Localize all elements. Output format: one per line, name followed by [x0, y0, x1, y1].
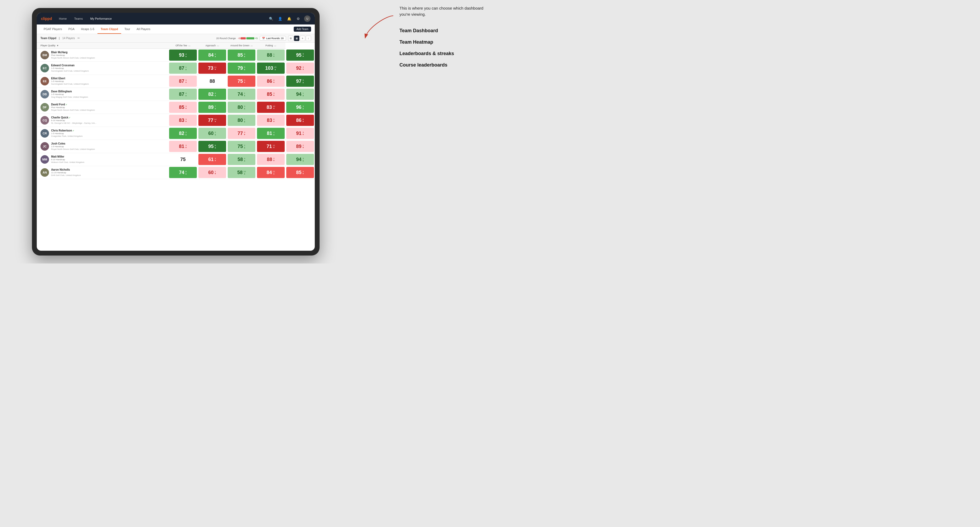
- around-green-score-2-8: 88 2▼: [256, 153, 285, 166]
- player-name: Elliot Ebert: [51, 77, 89, 80]
- player-cell-9[interactable]: AN Aaron Nicholls 11-15 Handicap Drift G…: [37, 166, 168, 179]
- score-num: 80: [237, 105, 243, 110]
- col-around-green[interactable]: Around the Green —: [227, 43, 256, 49]
- score-box: 103 15▲: [257, 62, 285, 74]
- player-cell-0[interactable]: BM Blair McHarg Plus Handicap Royal Nort…: [37, 49, 168, 62]
- approach-score-6: 60 2▲: [197, 127, 227, 140]
- list-view-button[interactable]: ≡: [300, 36, 305, 41]
- add-team-button[interactable]: Add Team: [294, 27, 311, 32]
- score-box: 91 3▼: [286, 128, 314, 139]
- putting-score-8: 94 3▲: [285, 153, 315, 166]
- off-tee-score-0: 93 4▲: [168, 49, 197, 62]
- tab-tour[interactable]: Tour: [121, 24, 133, 34]
- score-num: 75: [237, 79, 243, 84]
- player-cell-8[interactable]: MM Matt Miller 6-10 Handicap Woburn Golf…: [37, 153, 168, 166]
- player-cell-6[interactable]: CR Chris Robertson✓ 1-5 Handicap Craigmi…: [37, 127, 168, 140]
- score-delta: 14▼: [214, 119, 216, 122]
- score-box: 85 3▼: [169, 102, 197, 113]
- player-info: Aaron Nicholls 11-15 Handicap Drift Golf…: [51, 168, 81, 176]
- bell-icon[interactable]: 🔔: [286, 16, 293, 22]
- player-name: Aaron Nicholls: [51, 168, 81, 171]
- around-green-score-1-1: 79 9▲: [227, 62, 256, 75]
- score-delta: 8▲: [215, 144, 216, 149]
- score-delta: 2▲: [243, 144, 245, 149]
- player-avatar: MM: [40, 155, 49, 163]
- col-player[interactable]: Player Quality ▼: [37, 43, 168, 49]
- last-rounds-button[interactable]: 📅 Last Rounds: 20: [259, 36, 286, 41]
- player-info: David Ford✓ Plus Handicap Royal North De…: [51, 103, 95, 111]
- score-num: 77: [208, 118, 213, 123]
- player-cell-3[interactable]: DB Dave Billingham 1-5 Handicap Gog Mago…: [37, 88, 168, 101]
- grid-view-button[interactable]: ⊞: [288, 36, 293, 41]
- score-box: 88 2▼: [257, 154, 285, 165]
- player-club: Sunningdale Golf Club, United Kingdom: [51, 83, 89, 86]
- player-cell-1[interactable]: EC Edward Crossman 1-5 Handicap Sunningd…: [37, 62, 168, 75]
- score-num: 88: [267, 157, 272, 162]
- score-num: 95: [296, 53, 301, 57]
- approach-score-2: 88: [197, 75, 227, 88]
- search-icon[interactable]: 🔍: [268, 16, 274, 22]
- score-delta: 4▲: [185, 92, 187, 96]
- col-approach[interactable]: Approach —: [197, 43, 227, 49]
- avatar[interactable]: U: [304, 16, 310, 22]
- player-handicap: 1-5 Handicap: [51, 80, 89, 83]
- score-num: 81: [267, 131, 272, 136]
- approach-score-4: 89 7▲: [197, 101, 227, 114]
- tab-pgat-players[interactable]: PGAT Players: [40, 24, 65, 34]
- score-delta: 1▲: [302, 92, 304, 96]
- score-box: 86 6▼: [257, 76, 285, 87]
- table-row: DB Dave Billingham 1-5 Handicap Gog Mago…: [37, 88, 315, 101]
- tab-all-players[interactable]: All Players: [134, 24, 154, 34]
- round-change-label: 20 Round Change: [216, 37, 236, 40]
- main-content: Player Quality ▼ Off the Tee — Approach …: [37, 43, 315, 251]
- score-delta: 3▼: [243, 79, 245, 83]
- user-icon[interactable]: 👤: [277, 16, 283, 22]
- tab-team-clippd[interactable]: Team Clippd: [97, 24, 121, 34]
- player-club: Royal North Devon Golf Club, United King…: [51, 57, 95, 59]
- score-num: 85: [296, 170, 301, 175]
- player-name: Charlie Quick✓: [51, 116, 96, 119]
- heatmap-view-button[interactable]: ▦: [294, 36, 299, 41]
- score-delta: 3▼: [185, 144, 187, 149]
- score-delta: 1▲: [243, 92, 245, 96]
- filter-button[interactable]: ↕: [306, 36, 311, 41]
- score-box: 71 11▼: [257, 141, 285, 152]
- score-num: 82: [208, 92, 213, 97]
- score-num: 86: [267, 79, 272, 84]
- bar-green: [247, 37, 254, 40]
- view-icons: ⊞ ▦ ≡ ↕: [288, 36, 311, 41]
- col-off-tee[interactable]: Off the Tee —: [168, 43, 197, 49]
- table-row: AN Aaron Nicholls 11-15 Handicap Drift G…: [37, 166, 315, 179]
- player-cell-7[interactable]: JC Josh Coles 1-5 Handicap Royal North D…: [37, 140, 168, 153]
- player-handicap: 11-15 Handicap: [51, 171, 81, 174]
- player-cell-5[interactable]: CQ Charlie Quick✓ 6-10 Handicap St. Geor…: [37, 114, 168, 127]
- tab-hcaps[interactable]: Hcaps 1-5: [78, 24, 97, 34]
- score-delta: 3▼: [302, 132, 304, 135]
- score-box: 86 8▼: [286, 115, 314, 126]
- off-tee-score-2: 87 3▼: [168, 75, 197, 88]
- score-box: 60 1▼: [199, 167, 226, 178]
- settings-icon[interactable]: ⚙: [295, 16, 301, 22]
- score-delta: 5▲: [302, 79, 304, 83]
- nav-link-teams[interactable]: Teams: [73, 16, 84, 21]
- round-change-pos: +5: [255, 37, 258, 40]
- table-row: CQ Charlie Quick✓ 6-10 Handicap St. Geor…: [37, 114, 315, 127]
- player-cell-4[interactable]: DF David Ford✓ Plus Handicap Royal North…: [37, 101, 168, 114]
- score-box: 85 4▼: [286, 167, 314, 178]
- nav-link-home[interactable]: Home: [57, 16, 68, 21]
- score-num: 86: [296, 118, 301, 123]
- score-box: 77 14▼: [199, 115, 226, 126]
- table-header-row: Player Quality ▼ Off the Tee — Approach …: [37, 43, 315, 49]
- tab-pga[interactable]: PGA: [65, 24, 78, 34]
- nav-link-my-performance[interactable]: My Performance: [89, 16, 113, 21]
- score-num: 85: [179, 105, 184, 110]
- score-delta: 3▲: [302, 157, 304, 162]
- around-green-score-1-3: 74 1▲: [227, 88, 256, 101]
- player-name: Edward Crossman: [51, 64, 89, 67]
- approach-score-5: 77 14▼: [197, 114, 227, 127]
- player-cell-2[interactable]: EE Elliot Ebert 1-5 Handicap Sunningdale…: [37, 75, 168, 88]
- player-info: Elliot Ebert 1-5 Handicap Sunningdale Go…: [51, 77, 89, 85]
- edit-icon[interactable]: ✏: [78, 37, 80, 40]
- player-name: Matt Miller: [51, 155, 84, 158]
- col-putting[interactable]: Putting —: [256, 43, 285, 49]
